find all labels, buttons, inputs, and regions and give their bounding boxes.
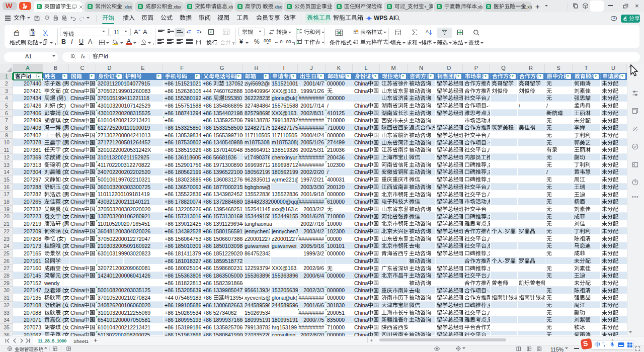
svg-text:A: A bbox=[426, 29, 429, 34]
